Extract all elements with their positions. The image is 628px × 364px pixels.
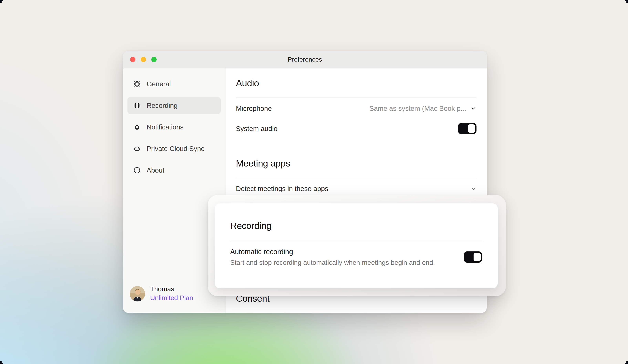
detect-meetings-label: Detect meetings in these apps bbox=[236, 185, 328, 193]
section-title-meeting-apps: Meeting apps bbox=[236, 157, 476, 170]
microphone-row: Microphone Same as system (Mac Book p... bbox=[236, 97, 476, 118]
sidebar-item-label: Recording bbox=[147, 102, 178, 110]
divider bbox=[230, 241, 482, 242]
chevron-down-icon bbox=[470, 185, 476, 192]
microphone-dropdown[interactable]: Same as system (Mac Book p... bbox=[369, 105, 476, 112]
popup-title: Recording bbox=[230, 220, 482, 232]
recording-popup-card: Recording Automatic recording Start and … bbox=[215, 203, 498, 288]
system-audio-row: System audio bbox=[236, 118, 476, 140]
sidebar-item-recording[interactable]: Recording bbox=[127, 97, 221, 114]
sidebar-item-label: Private Cloud Sync bbox=[147, 145, 204, 153]
system-audio-label: System audio bbox=[236, 125, 278, 132]
titlebar[interactable]: Preferences bbox=[123, 51, 487, 68]
sidebar-item-label: Notifications bbox=[147, 123, 183, 131]
waveform-icon bbox=[133, 101, 141, 110]
microphone-label: Microphone bbox=[236, 105, 272, 112]
bell-icon bbox=[133, 123, 141, 131]
automatic-recording-label: Automatic recording bbox=[230, 248, 435, 256]
corner-mark bbox=[625, 361, 628, 364]
info-icon bbox=[133, 166, 141, 174]
gear-icon bbox=[133, 80, 141, 88]
microphone-value: Same as system (Mac Book p... bbox=[369, 105, 466, 112]
section-title-audio: Audio bbox=[236, 77, 476, 89]
chevron-down-icon bbox=[470, 105, 476, 112]
user-block[interactable]: Thomas Unlimited Plan bbox=[130, 285, 193, 303]
corner-mark bbox=[0, 0, 3, 3]
corner-mark bbox=[625, 0, 628, 3]
toggle-knob bbox=[473, 253, 481, 261]
desktop-background: Preferences bbox=[0, 0, 628, 364]
sidebar-item-notifications[interactable]: Notifications bbox=[127, 118, 221, 136]
recording-popup-glow: Recording Automatic recording Start and … bbox=[208, 195, 506, 296]
sidebar-item-label: About bbox=[147, 166, 164, 174]
system-audio-toggle[interactable] bbox=[458, 123, 476, 134]
automatic-recording-description: Start and stop recording automatically w… bbox=[230, 259, 435, 266]
avatar bbox=[130, 286, 145, 302]
sidebar-item-about[interactable]: About bbox=[127, 161, 221, 179]
user-name: Thomas bbox=[150, 285, 193, 293]
automatic-recording-row: Automatic recording Start and stop recor… bbox=[230, 248, 482, 266]
automatic-recording-toggle[interactable] bbox=[464, 251, 482, 263]
sidebar-item-private-cloud-sync[interactable]: Private Cloud Sync bbox=[127, 140, 221, 158]
sidebar-item-label: General bbox=[147, 80, 171, 88]
corner-mark bbox=[0, 361, 3, 364]
cloud-icon bbox=[133, 145, 141, 153]
window-title: Preferences bbox=[123, 56, 487, 63]
user-plan-link[interactable]: Unlimited Plan bbox=[150, 293, 193, 303]
sidebar-item-general[interactable]: General bbox=[127, 75, 221, 93]
toggle-knob bbox=[468, 124, 475, 133]
